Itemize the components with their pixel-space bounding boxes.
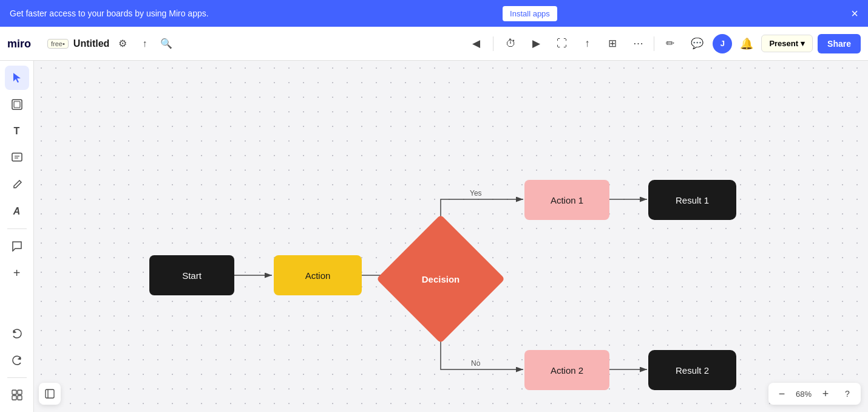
- undo-button[interactable]: [5, 321, 29, 346]
- sidebar-item-comment[interactable]: [5, 234, 29, 258]
- settings-button[interactable]: ⚙: [113, 34, 132, 53]
- sidebar-item-pen[interactable]: [5, 173, 29, 197]
- search-button[interactable]: 🔍: [157, 34, 176, 53]
- toolbar-divider-2: [654, 36, 654, 51]
- install-apps-button[interactable]: Install apps: [503, 6, 557, 21]
- sidebar-item-frames[interactable]: [5, 92, 29, 117]
- help-button[interactable]: ?: [839, 385, 856, 402]
- panel-toggle-icon: [45, 389, 55, 399]
- svg-marker-1: [13, 73, 21, 83]
- sidebar-item-sticky[interactable]: [5, 146, 29, 170]
- node-action2[interactable]: Action 2: [524, 350, 609, 390]
- redo-button[interactable]: [5, 348, 29, 373]
- right-actions: ✏ 💬 J 🔔 Present ▾ Share: [659, 33, 861, 55]
- free-badge: free•: [47, 39, 69, 49]
- sidebar: T A +: [0, 61, 34, 412]
- sticky-icon: [12, 153, 22, 163]
- more-toolbar-button[interactable]: ⋯: [627, 33, 649, 55]
- svg-rect-3: [14, 101, 20, 108]
- sidebar-item-select[interactable]: [5, 66, 29, 90]
- logo: miro: [7, 38, 39, 50]
- canvas[interactable]: Yes No Start Action Decision Action 1 Re…: [34, 61, 868, 412]
- present-full-button[interactable]: ⛶: [551, 33, 572, 55]
- notification-bar: Get faster access to your boards by usin…: [0, 0, 868, 27]
- miro-logo-svg: miro: [7, 38, 39, 50]
- svg-text:No: No: [471, 359, 481, 368]
- present-button[interactable]: Present ▾: [761, 35, 813, 52]
- main-area: T A +: [0, 61, 868, 412]
- frames-icon: [12, 99, 22, 110]
- node-decision[interactable]: Decision: [389, 221, 492, 337]
- apps-icon: [12, 390, 22, 400]
- zoom-level: 68%: [793, 390, 815, 399]
- zoom-bar: − 68% + ?: [768, 383, 861, 405]
- pen-icon: [12, 179, 22, 190]
- toolbar-divider-1: [493, 36, 493, 51]
- svg-rect-10: [18, 396, 22, 400]
- node-result1[interactable]: Result 1: [648, 180, 736, 220]
- sidebar-item-more[interactable]: +: [5, 261, 29, 285]
- sidebar-divider-2: [7, 377, 27, 378]
- svg-rect-8: [18, 390, 22, 394]
- reactions-button[interactable]: ↑: [576, 33, 598, 55]
- node-start[interactable]: Start: [149, 255, 234, 295]
- sidebar-item-text[interactable]: T: [5, 119, 29, 143]
- svg-text:miro: miro: [7, 38, 31, 50]
- table-button[interactable]: ⊞: [602, 33, 623, 55]
- close-notification-button[interactable]: ×: [851, 7, 858, 19]
- avatar: J: [713, 34, 732, 53]
- sidebar-item-marker[interactable]: A: [5, 199, 29, 224]
- node-action[interactable]: Action: [274, 255, 362, 295]
- hide-panel-button[interactable]: ◀: [465, 33, 487, 55]
- board-name: Untitled: [73, 38, 110, 49]
- node-result2[interactable]: Result 2: [648, 350, 736, 390]
- share-button[interactable]: Share: [818, 34, 861, 53]
- video-button[interactable]: ▶: [525, 33, 547, 55]
- notification-button[interactable]: 🔔: [737, 34, 756, 53]
- comment-icon: [12, 241, 22, 252]
- svg-rect-7: [12, 390, 16, 394]
- header: miro free• Untitled ⚙ ↑ 🔍 ◀ ⏱ ▶ ⛶ ↑ ⊞ ⋯ …: [0, 27, 868, 61]
- sidebar-item-apps[interactable]: [5, 383, 29, 407]
- svg-rect-4: [12, 153, 22, 161]
- node-action1[interactable]: Action 1: [524, 180, 609, 220]
- undo-icon: [12, 328, 22, 339]
- svg-rect-18: [46, 390, 54, 398]
- svg-text:Yes: Yes: [470, 189, 482, 197]
- timer-button[interactable]: ⏱: [500, 33, 521, 55]
- notification-text: Get faster access to your boards by usin…: [10, 9, 209, 18]
- comment-button[interactable]: 💬: [686, 33, 708, 55]
- zoom-out-button[interactable]: −: [773, 385, 790, 402]
- toolbar-center: ◀ ⏱ ▶ ⛶ ↑ ⊞ ⋯: [465, 33, 649, 55]
- sidebar-divider: [7, 228, 27, 229]
- cursor-icon: [11, 72, 23, 84]
- header-icons: ⚙ ↑ 🔍: [113, 34, 176, 53]
- panel-toggle-button[interactable]: [39, 383, 61, 405]
- decision-diamond: [376, 215, 505, 343]
- collaborate-button[interactable]: ✏: [659, 33, 681, 55]
- share-icon-button[interactable]: ↑: [135, 34, 154, 53]
- redo-icon: [12, 355, 22, 366]
- zoom-in-button[interactable]: +: [817, 385, 834, 402]
- svg-rect-9: [12, 396, 16, 400]
